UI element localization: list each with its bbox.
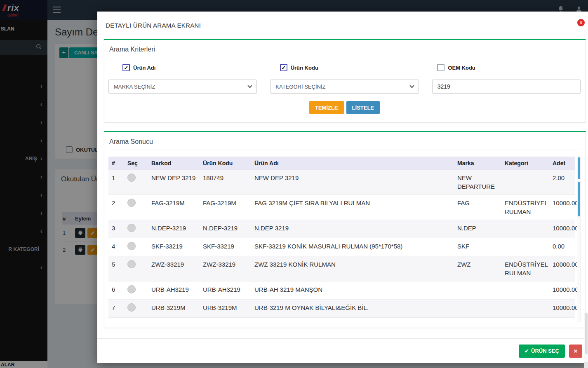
results-table: #SeçBarkodÜrün KoduÜrün AdıMarkaKategori… <box>108 157 575 318</box>
cell-barkod: ZWZ-33219 <box>148 256 200 281</box>
column-header-adet: Adet <box>549 157 575 170</box>
select-radio[interactable] <box>127 199 136 207</box>
cell-kategori: ENDÜSTRİYEL RULMAN <box>501 256 549 281</box>
column-header--r-n-ad-: Ürün Adı <box>251 157 454 170</box>
checkbox-label: OEM Kodu <box>448 65 475 71</box>
table-scrollbar[interactable] <box>577 157 581 321</box>
cell-marka: NEW DEPARTURE <box>454 170 501 195</box>
cell-adet: 0.00 <box>549 238 575 256</box>
cell-num: 7 <box>108 300 124 318</box>
cell-urun-adi: FAG 3219M ÇİFT SIRA BİLYALI RULMAN <box>251 195 454 220</box>
table-row[interactable]: 1NEW DEP 3219180749NEW DEP 3219NEW DEPAR… <box>108 170 575 195</box>
criteria-checkbox-ürün-adı[interactable]: ✓Ürün Adı <box>108 64 266 71</box>
section-title-results: Arama Sonucu <box>108 136 581 150</box>
cell-num: 4 <box>108 238 124 256</box>
cell-barkod: N.DEP-3219 <box>148 220 200 238</box>
cell-adet: 10000.00 <box>549 300 575 318</box>
cell-urun-adi: URB-AH 3219 MANŞON <box>251 281 454 300</box>
cell-num: 6 <box>108 281 124 300</box>
page-scrollbar-thumb[interactable] <box>585 313 588 354</box>
select-radio[interactable] <box>127 173 136 182</box>
cell-marka: SKF <box>454 238 501 256</box>
column-header-marka: Marka <box>454 157 501 170</box>
cell-select <box>124 281 148 300</box>
column-header--: # <box>108 157 124 170</box>
scrollbar-thumb[interactable] <box>578 157 580 179</box>
criteria-checkbox-ürün-kodu[interactable]: ✓Ürün Kodu <box>266 64 423 71</box>
cell-urun-kodu: SKF-33219 <box>200 238 251 256</box>
cell-urun-adi: NEW DEP 3219 <box>251 170 454 195</box>
cell-urun-kodu: N.DEP-3219 <box>200 220 251 238</box>
table-row[interactable]: 3N.DEP-3219N.DEP-3219N.DEP 3219N.DEP1000… <box>108 220 575 238</box>
list-button[interactable]: LİSTELE <box>346 101 380 114</box>
close-icon[interactable]: × <box>577 19 585 26</box>
table-row[interactable]: 5ZWZ-33219ZWZ-33219ZWZ 33219 KONİK RULMA… <box>108 256 575 281</box>
cell-barkod: URB-3219M <box>148 300 200 318</box>
select-radio[interactable] <box>127 285 136 293</box>
cell-marka <box>454 300 501 318</box>
cell-num: 2 <box>108 195 124 220</box>
select-product-button[interactable]: ✔ ÜRÜN SEÇ <box>519 345 565 358</box>
cell-select <box>124 220 148 238</box>
select-radio[interactable] <box>127 224 136 232</box>
cell-urun-adi: URB-3219 M OYNAK BİLYALI&EĞİK BİL. <box>251 300 454 318</box>
cell-marka: ZWZ <box>454 256 501 281</box>
checkbox-unchecked-icon[interactable] <box>437 64 445 71</box>
cell-urun-kodu: 180749 <box>200 170 251 195</box>
cell-adet: 10000.00 <box>549 220 575 238</box>
close-modal-button[interactable]: × <box>569 345 582 358</box>
cell-urun-adi: ZWZ 33219 KONİK RULMAN <box>251 256 454 281</box>
cell-kategori <box>501 220 549 238</box>
clear-button[interactable]: TEMİZLE <box>309 101 344 114</box>
cell-urun-adi: SKF-33219 KONİK MASURALI RULMAN (95*170*… <box>251 238 454 256</box>
cell-marka <box>454 281 501 300</box>
chevron-down-icon <box>248 83 252 88</box>
criteria-checkbox-oem-kodu[interactable]: OEM Kodu <box>423 64 581 71</box>
cell-kategori <box>501 170 549 195</box>
cell-barkod: FAG-3219M <box>148 195 200 220</box>
cell-adet: 10000.00 <box>549 256 575 281</box>
app-root: rix azılım SLAN ‹‹‹‹ARİŞ‹‹‹‹‹R KATEGORİ‹… <box>0 0 588 368</box>
table-row[interactable]: 2FAG-3219MFAG-3219MFAG 3219M ÇİFT SIRA B… <box>108 195 575 220</box>
cell-kategori <box>501 238 549 256</box>
product-search-modal: DETAYLI ÜRÜN ARAMA EKRANI × Arama Kriter… <box>97 12 588 363</box>
cell-barkod: URB-AH3219 <box>148 281 200 300</box>
page-scrollbar[interactable] <box>584 312 588 368</box>
column-header-kategori: Kategori <box>501 157 549 170</box>
checkbox-checked-icon[interactable]: ✓ <box>280 64 287 71</box>
cell-urun-kodu: URB-AH3219 <box>200 281 251 300</box>
select-radio[interactable] <box>127 303 136 312</box>
table-row[interactable]: 6URB-AH3219URB-AH3219URB-AH 3219 MANŞON1… <box>108 281 575 300</box>
column-header-se-: Seç <box>124 157 148 170</box>
cell-adet: 2.00 <box>549 170 575 195</box>
search-criteria-card: Arama Kriterleri ✓Ürün Adı✓Ürün KoduOEM … <box>104 39 586 123</box>
cell-urun-adi: N.DEP 3219 <box>251 220 454 238</box>
cell-num: 3 <box>108 220 124 238</box>
checkbox-label: Ürün Kodu <box>291 65 318 71</box>
cell-kategori <box>501 281 549 300</box>
cell-barkod: NEW DEP 3219 <box>148 170 200 195</box>
cell-kategori: ENDÜSTRİYEL RULMAN <box>501 195 549 220</box>
cell-select <box>124 238 148 256</box>
cell-urun-kodu: FAG-3219M <box>200 195 251 220</box>
select-radio[interactable] <box>127 242 136 250</box>
column-header-barkod: Barkod <box>148 157 200 170</box>
brand-select[interactable]: MARKA SEÇİNİZ <box>108 80 257 94</box>
chevron-down-icon <box>409 83 414 88</box>
table-row[interactable]: 4SKF-33219SKF-33219SKF-33219 KONİK MASUR… <box>108 238 575 256</box>
cell-select <box>124 300 148 318</box>
cell-marka: FAG <box>454 195 501 220</box>
category-select[interactable]: KATEGORİ SEÇİNİZ <box>270 80 419 94</box>
oem-code-input[interactable] <box>432 80 581 94</box>
column-header--r-n-kodu: Ürün Kodu <box>200 157 251 170</box>
select-radio[interactable] <box>127 260 136 268</box>
search-results-card: Arama Sonucu #SeçBarkodÜrün KoduÜrün Adı… <box>104 131 586 328</box>
check-icon: ✔ <box>524 348 529 354</box>
table-row[interactable]: 7URB-3219MURB-3219MURB-3219 M OYNAK BİLY… <box>108 300 575 318</box>
cell-kategori <box>501 300 549 318</box>
checkbox-checked-icon[interactable]: ✓ <box>122 64 130 71</box>
cell-urun-kodu: ZWZ-33219 <box>200 256 251 281</box>
scrollbar-thumb[interactable] <box>578 182 580 216</box>
cell-adet: 10000.00 <box>549 281 575 300</box>
cell-barkod: SKF-33219 <box>148 238 200 256</box>
